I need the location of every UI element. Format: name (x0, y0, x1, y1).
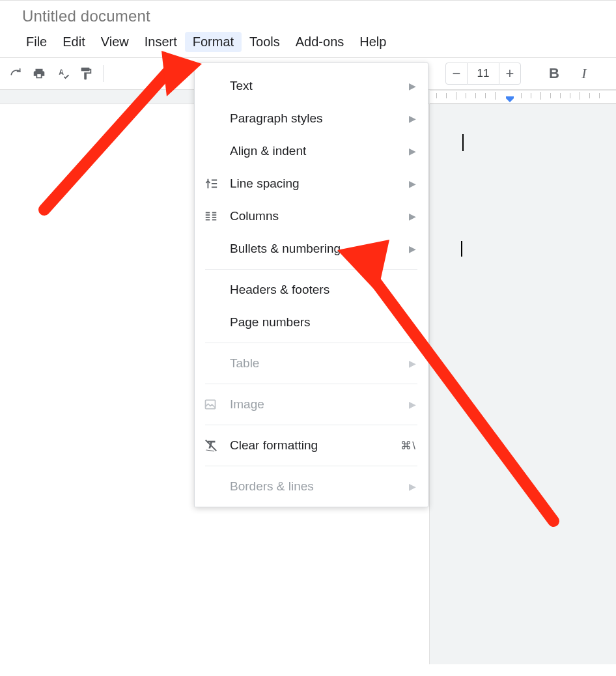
menu-format[interactable]: Format (185, 32, 242, 52)
paint-format-button[interactable] (74, 63, 98, 85)
format-columns[interactable]: Columns ▶ (195, 200, 428, 232)
format-align-indent[interactable]: Align & indent ▶ (195, 135, 428, 167)
svg-rect-8 (212, 217, 216, 218)
format-clear-formatting[interactable]: Clear formatting ⌘\ (195, 429, 428, 462)
image-icon (204, 398, 230, 411)
toolbar-separator (103, 65, 104, 82)
text-cursor (462, 134, 464, 151)
font-size-increase[interactable]: + (499, 63, 521, 85)
menu-divider (205, 269, 417, 270)
menu-help[interactable]: Help (352, 32, 394, 52)
svg-rect-4 (206, 217, 210, 218)
format-borders-lines: Borders & lines ▶ (195, 470, 428, 503)
chevron-right-icon: ▶ (409, 358, 416, 369)
menu-insert[interactable]: Insert (137, 32, 185, 52)
print-button[interactable] (27, 63, 51, 85)
columns-icon (204, 209, 230, 223)
svg-rect-3 (206, 214, 210, 216)
svg-rect-5 (206, 219, 210, 221)
ruler-indent-marker[interactable] (505, 96, 515, 104)
text-caret (461, 241, 462, 257)
italic-button[interactable]: I (574, 65, 594, 82)
format-line-spacing[interactable]: Line spacing ▶ (195, 167, 428, 200)
menu-addons[interactable]: Add-ons (288, 32, 352, 52)
menu-divider (205, 425, 417, 425)
chevron-right-icon: ▶ (409, 481, 416, 492)
spellcheck-button[interactable] (51, 63, 74, 85)
chevron-right-icon: ▶ (409, 399, 416, 410)
menu-bar: File Edit View Insert Format Tools Add-o… (0, 25, 616, 57)
menu-tools[interactable]: Tools (242, 32, 288, 52)
format-bullets-numbering[interactable]: Bullets & numbering ▶ (195, 232, 428, 265)
svg-rect-2 (206, 212, 210, 214)
spellcheck-icon (55, 66, 70, 81)
format-headers-footers[interactable]: Headers & footers (195, 274, 428, 306)
bold-button[interactable]: B (544, 65, 564, 82)
menu-divider (205, 466, 417, 466)
svg-marker-0 (506, 98, 514, 102)
svg-rect-1 (506, 96, 514, 98)
clear-format-icon (204, 438, 230, 453)
document-title[interactable]: Untitled document (0, 3, 616, 25)
menu-edit[interactable]: Edit (55, 32, 92, 52)
format-page-numbers[interactable]: Page numbers (195, 306, 428, 339)
font-size-field[interactable]: 11 (468, 63, 499, 85)
shortcut-label: ⌘\ (400, 439, 416, 453)
print-icon (32, 66, 46, 81)
svg-rect-7 (212, 214, 216, 216)
format-dropdown: Text ▶ Paragraph styles ▶ Align & indent… (194, 63, 428, 507)
menu-file[interactable]: File (18, 32, 55, 52)
format-paragraph-styles[interactable]: Paragraph styles ▶ (195, 102, 428, 135)
chevron-right-icon: ▶ (409, 113, 416, 124)
font-size-group: − 11 + (445, 63, 521, 85)
redo-icon (9, 67, 22, 80)
format-image: Image ▶ (195, 388, 428, 421)
chevron-right-icon: ▶ (409, 81, 416, 91)
svg-rect-9 (212, 219, 216, 221)
format-table: Table ▶ (195, 347, 428, 380)
menu-divider (205, 384, 417, 384)
paint-format-icon (79, 66, 93, 81)
chevron-right-icon: ▶ (409, 244, 416, 254)
chevron-right-icon: ▶ (409, 178, 416, 189)
redo-button[interactable] (4, 63, 27, 85)
line-spacing-icon (204, 176, 230, 191)
menu-divider (205, 343, 417, 343)
chevron-right-icon: ▶ (409, 211, 416, 221)
font-size-decrease[interactable]: − (445, 63, 468, 85)
format-text[interactable]: Text ▶ (195, 70, 428, 102)
menu-view[interactable]: View (93, 32, 137, 52)
chevron-right-icon: ▶ (409, 146, 416, 156)
svg-rect-6 (212, 212, 216, 214)
